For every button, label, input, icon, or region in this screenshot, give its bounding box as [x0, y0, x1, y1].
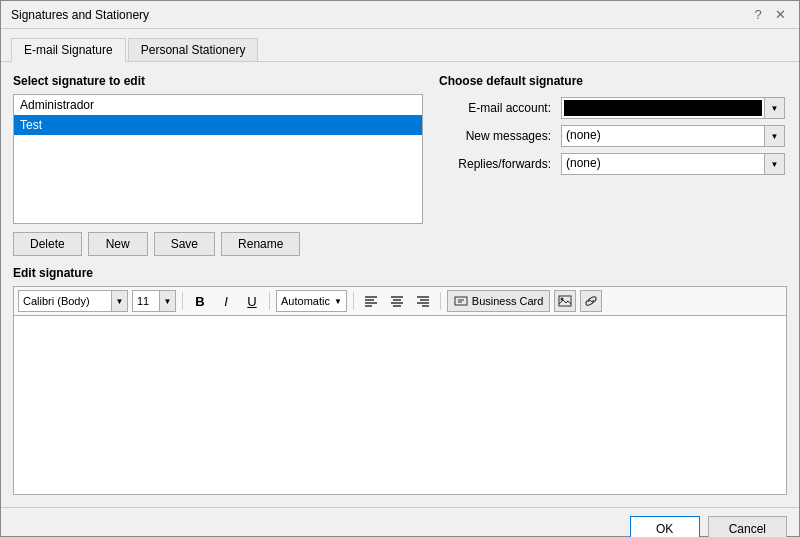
- edit-signature-section: Edit signature Calibri (Body) ▼ 11 ▼: [13, 266, 787, 495]
- email-account-value: [564, 100, 762, 116]
- delete-button[interactable]: Delete: [13, 232, 82, 256]
- bold-button[interactable]: B: [189, 290, 211, 312]
- save-button[interactable]: Save: [154, 232, 215, 256]
- align-right-button[interactable]: [412, 290, 434, 312]
- replies-forwards-arrow[interactable]: ▼: [764, 154, 784, 174]
- insert-image-button[interactable]: [554, 290, 576, 312]
- new-messages-arrow[interactable]: ▼: [764, 126, 784, 146]
- svg-line-17: [590, 300, 592, 302]
- close-icon[interactable]: ✕: [771, 7, 789, 22]
- svg-rect-15: [559, 296, 571, 306]
- toolbar-sep-1: [182, 292, 183, 310]
- font-name-value: Calibri (Body): [19, 295, 111, 307]
- dialog-footer: OK Cancel: [1, 507, 799, 537]
- title-bar-controls: ? ✕: [749, 7, 789, 22]
- signature-editor[interactable]: [13, 315, 787, 495]
- choose-default-sig-label: Choose default signature: [439, 74, 787, 88]
- tab-content: Select signature to edit Administrador T…: [1, 61, 799, 507]
- font-size-arrow[interactable]: ▼: [159, 291, 175, 311]
- cancel-button[interactable]: Cancel: [708, 516, 787, 537]
- help-icon[interactable]: ?: [749, 7, 767, 22]
- insert-image-icon: [558, 294, 572, 308]
- align-center-button[interactable]: [386, 290, 408, 312]
- toolbar-sep-4: [440, 292, 441, 310]
- sig-item-administrador[interactable]: Administrador: [14, 95, 422, 115]
- tab-email-signature[interactable]: E-mail Signature: [11, 38, 126, 62]
- color-dropdown[interactable]: Automatic ▼: [276, 290, 347, 312]
- rename-button[interactable]: Rename: [221, 232, 300, 256]
- toolbar-sep-3: [353, 292, 354, 310]
- replies-forwards-value: (none): [562, 154, 764, 174]
- edit-sig-label: Edit signature: [13, 266, 787, 280]
- color-value: Automatic: [281, 295, 330, 307]
- dialog-content: E-mail Signature Personal Stationery Sel…: [1, 29, 799, 507]
- font-name-arrow[interactable]: ▼: [111, 291, 127, 311]
- sig-action-buttons: Delete New Save Rename: [13, 232, 423, 256]
- new-messages-value: (none): [562, 126, 764, 146]
- business-card-icon: [454, 294, 468, 308]
- new-messages-dropdown[interactable]: (none) ▼: [561, 125, 785, 147]
- email-account-arrow[interactable]: ▼: [764, 98, 784, 118]
- signature-toolbar: Calibri (Body) ▼ 11 ▼ B I U: [13, 286, 787, 315]
- insert-link-button[interactable]: [580, 290, 602, 312]
- dialog-title: Signatures and Stationery: [11, 8, 149, 22]
- dialog-window: Signatures and Stationery ? ✕ E-mail Sig…: [0, 0, 800, 537]
- email-account-dropdown[interactable]: ▼: [561, 97, 785, 119]
- toolbar-sep-2: [269, 292, 270, 310]
- tab-personal-stationery[interactable]: Personal Stationery: [128, 38, 259, 62]
- sig-item-test[interactable]: Test: [14, 115, 422, 135]
- replies-forwards-dropdown[interactable]: (none) ▼: [561, 153, 785, 175]
- align-center-icon: [390, 294, 404, 308]
- business-card-button[interactable]: Business Card: [447, 290, 551, 312]
- align-left-icon: [364, 294, 378, 308]
- align-left-button[interactable]: [360, 290, 382, 312]
- new-messages-label: New messages:: [439, 122, 559, 150]
- email-account-label: E-mail account:: [439, 94, 559, 122]
- color-arrow[interactable]: ▼: [334, 297, 342, 306]
- new-messages-row: New messages: (none) ▼: [439, 122, 787, 150]
- svg-rect-12: [455, 297, 467, 305]
- default-sig-table: E-mail account: ▼ New messages:: [439, 94, 787, 178]
- replies-forwards-row: Replies/forwards: (none) ▼: [439, 150, 787, 178]
- title-bar: Signatures and Stationery ? ✕: [1, 1, 799, 29]
- email-account-row: E-mail account: ▼: [439, 94, 787, 122]
- insert-link-icon: [584, 294, 598, 308]
- tab-bar: E-mail Signature Personal Stationery: [1, 29, 799, 61]
- replies-forwards-label: Replies/forwards:: [439, 150, 559, 178]
- underline-button[interactable]: U: [241, 290, 263, 312]
- two-col-layout: Select signature to edit Administrador T…: [13, 74, 787, 256]
- align-right-icon: [416, 294, 430, 308]
- ok-button[interactable]: OK: [630, 516, 700, 537]
- font-size-value: 11: [133, 295, 159, 307]
- italic-button[interactable]: I: [215, 290, 237, 312]
- signature-list[interactable]: Administrador Test: [13, 94, 423, 224]
- left-panel: Select signature to edit Administrador T…: [13, 74, 423, 256]
- select-sig-label: Select signature to edit: [13, 74, 423, 88]
- font-name-dropdown[interactable]: Calibri (Body) ▼: [18, 290, 128, 312]
- replies-forwards-dropdown-cell: (none) ▼: [559, 150, 787, 178]
- business-card-label: Business Card: [472, 295, 544, 307]
- right-panel: Choose default signature E-mail account:…: [439, 74, 787, 256]
- email-account-dropdown-cell: ▼: [559, 94, 787, 122]
- new-messages-dropdown-cell: (none) ▼: [559, 122, 787, 150]
- new-button[interactable]: New: [88, 232, 148, 256]
- font-size-dropdown[interactable]: 11 ▼: [132, 290, 176, 312]
